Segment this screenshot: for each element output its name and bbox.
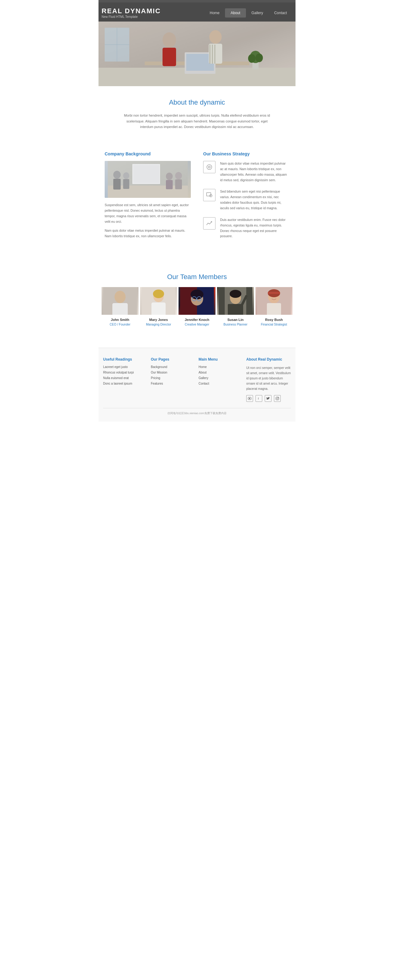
team-member-2: Mary Jones Managing Director xyxy=(140,287,177,326)
strategy-icon-3 xyxy=(203,217,215,229)
footer-copyright: 仿同地与社区bbs.xieniao.com免费下载免费内容 xyxy=(103,408,291,415)
two-col-section: Company Background xyxy=(99,145,295,248)
footer-menu-4[interactable]: Contact xyxy=(199,382,243,385)
strategy-item-1: Nam quis dolor vitae metus imperdiet pul… xyxy=(203,161,289,183)
strategy-icon-1 xyxy=(203,161,215,173)
footer-readings-title: Useful Readings xyxy=(103,357,148,361)
footer-menu-1[interactable]: Home xyxy=(199,365,243,369)
footer-pages-title: Our Pages xyxy=(151,357,195,361)
svg-marker-66 xyxy=(249,398,250,399)
member-photo-4 xyxy=(217,287,254,315)
company-text1: Suspendisse est sem, ultricies sit amet … xyxy=(105,202,191,224)
team-member-3: Jennifer Knoch Creative Manager xyxy=(179,287,215,326)
footer-page-2[interactable]: Our Mission xyxy=(151,371,195,374)
hero-image xyxy=(99,22,295,86)
svg-rect-45 xyxy=(152,302,166,315)
member-photo-2 xyxy=(140,287,177,315)
twitter-icon[interactable] xyxy=(265,395,271,402)
brand-title: REAL DYNAMIC xyxy=(102,7,161,15)
svg-rect-32 xyxy=(108,161,188,198)
footer-grid: Useful Readings Laoreet eget justo Rhonc… xyxy=(103,357,291,402)
brand: REAL DYNAMIC New Fluid HTML Template xyxy=(102,7,161,19)
company-title: Company Background xyxy=(105,151,191,156)
nav-gallery[interactable]: Gallery xyxy=(246,8,269,18)
footer-menu-title: Main Menu xyxy=(199,357,243,361)
svg-point-33 xyxy=(207,165,212,170)
youtube-icon[interactable] xyxy=(246,395,253,402)
company-image xyxy=(105,161,191,198)
strategy-text-1: Nam quis dolor vitae metus imperdiet pul… xyxy=(220,161,289,183)
strategy-text-3: Duis auctor vestibulum enim. Fusce nec d… xyxy=(220,217,289,239)
hero-svg xyxy=(99,22,295,86)
member-photo-1 xyxy=(102,287,139,315)
copyright-text: 仿同地与社区bbs.xieniao.com免费下载免费内容 xyxy=(167,412,226,415)
member-name-5: Rosy Bush xyxy=(255,318,292,321)
svg-point-34 xyxy=(208,166,210,168)
header: REAL DYNAMIC New Fluid HTML Template Hom… xyxy=(99,2,295,22)
team-grid: John Smith CEO / Founder Mary Jones Mana… xyxy=(102,287,292,326)
svg-text:f: f xyxy=(258,397,259,400)
team-member-5: Rosy Bush Financial Strategist xyxy=(255,287,292,326)
nav-contact[interactable]: Contact xyxy=(269,8,292,18)
strategy-text-2: Sed bibendum sem eget nisi pellentesque … xyxy=(220,189,289,211)
member-name-1: John Smith xyxy=(102,318,139,321)
footer-page-1[interactable]: Background xyxy=(151,365,195,369)
footer-reading-3[interactable]: Nulla euismod erat xyxy=(103,376,148,380)
member-role-3: Creative Manager xyxy=(179,323,215,326)
svg-rect-35 xyxy=(207,192,211,196)
svg-point-69 xyxy=(277,398,278,399)
business-strategy: Our Business Strategy Nam quis dolor vit… xyxy=(200,151,292,245)
member-name-3: Jennifer Knoch xyxy=(179,318,215,321)
team-heading: Our Team Members xyxy=(102,273,292,281)
footer-reading-4[interactable]: Donc a laoreet ipsum xyxy=(103,382,148,385)
member-role-2: Managing Director xyxy=(140,323,177,326)
footer-about: About Real Dynamic Ut non orci semper, s… xyxy=(246,357,291,402)
svg-point-44 xyxy=(153,290,164,298)
footer-about-title: About Real Dynamic xyxy=(246,357,291,361)
svg-rect-64 xyxy=(267,303,281,315)
svg-point-70 xyxy=(278,398,279,398)
member-role-1: CEO / Founder xyxy=(102,323,139,326)
company-text2: Nam quis dolor vitae metus imperdiet pul… xyxy=(105,228,191,239)
member-name-4: Susan Lin xyxy=(217,318,254,321)
member-name-2: Mary Jones xyxy=(140,318,177,321)
member-photo-5 xyxy=(255,287,292,315)
footer-reading-1[interactable]: Laoreet eget justo xyxy=(103,365,148,369)
member-role-4: Business Planner xyxy=(217,323,254,326)
footer-menu-2[interactable]: About xyxy=(199,371,243,374)
svg-rect-19 xyxy=(99,22,295,86)
member-role-5: Financial Strategist xyxy=(255,323,292,326)
about-heading: About the dynamic xyxy=(117,99,277,107)
footer-reading-2[interactable]: Rhoncus volutpat turpi xyxy=(103,371,148,374)
nav-about[interactable]: About xyxy=(225,8,246,18)
strategy-icon-2 xyxy=(203,189,215,201)
footer: Useful Readings Laoreet eget justo Rhonc… xyxy=(99,348,295,422)
member-photo-3 xyxy=(179,287,215,315)
brand-subtitle: New Fluid HTML Template xyxy=(102,15,161,19)
footer-readings: Useful Readings Laoreet eget justo Rhonc… xyxy=(103,357,148,402)
footer-menu-3[interactable]: Gallery xyxy=(199,376,243,380)
strategy-item-3: Duis auctor vestibulum enim. Fusce nec d… xyxy=(203,217,289,239)
svg-rect-63 xyxy=(268,292,280,294)
svg-point-40 xyxy=(115,291,126,303)
svg-rect-41 xyxy=(112,303,128,315)
team-section: Our Team Members John Smith CEO / Founde… xyxy=(99,261,295,336)
main-nav: Home About Gallery Contact xyxy=(204,8,292,18)
team-member-4: Susan Lin Business Planner xyxy=(217,287,254,326)
team-member-1: John Smith CEO / Founder xyxy=(102,287,139,326)
strategy-title: Our Business Strategy xyxy=(203,151,289,156)
about-section: About the dynamic Morbi non tortor hendr… xyxy=(99,86,295,139)
facebook-icon[interactable]: f xyxy=(255,395,262,402)
instagram-icon[interactable] xyxy=(274,395,281,402)
svg-point-57 xyxy=(230,290,241,298)
nav-home[interactable]: Home xyxy=(204,8,225,18)
about-body: Morbi non tortor hendrerit, imperdiet se… xyxy=(120,113,274,130)
footer-pages: Our Pages Background Our Mission Pricing… xyxy=(151,357,195,402)
footer-page-4[interactable]: Features xyxy=(151,382,195,385)
company-background: Company Background xyxy=(102,151,194,245)
footer-page-3[interactable]: Pricing xyxy=(151,376,195,380)
social-icons: f xyxy=(246,395,291,402)
top-bar xyxy=(99,0,295,2)
footer-about-text: Ut non orci semper, semper velit sit ame… xyxy=(246,365,291,391)
strategy-item-2: Sed bibendum sem eget nisi pellentesque … xyxy=(203,189,289,211)
